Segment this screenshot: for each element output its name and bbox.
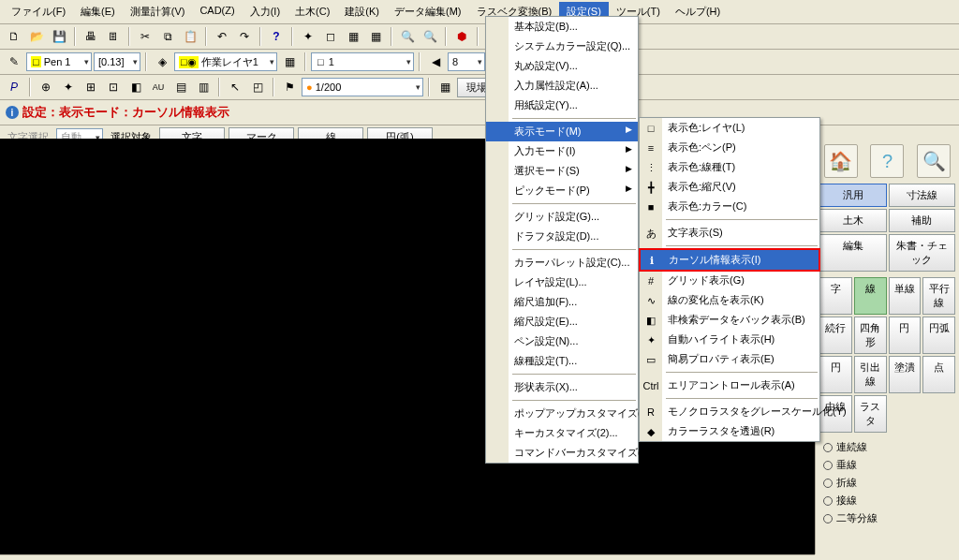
tool-icon[interactable]: ◰: [247, 77, 268, 97]
menu-item[interactable]: 線種設定(T)...: [486, 351, 638, 371]
grid-button[interactable]: 線: [854, 277, 887, 315]
grid-button[interactable]: 円弧: [922, 317, 955, 354]
menu-item[interactable]: ピックモード(P): [486, 181, 638, 200]
radio-item[interactable]: 垂線: [823, 458, 952, 472]
menubar-item[interactable]: 土木(C): [288, 2, 337, 22]
menu-item[interactable]: 基本設定(B)...: [486, 17, 638, 37]
menubar-item[interactable]: ヘルプ(H): [668, 2, 728, 22]
menu-item[interactable]: 丸め設定(V)...: [486, 56, 638, 76]
flag-icon[interactable]: ⚑: [279, 77, 300, 97]
radio-item[interactable]: 接線: [823, 494, 952, 508]
cut-icon[interactable]: ✂: [135, 26, 155, 47]
submenu-item[interactable]: ◆カラーラスタを透過(R): [640, 421, 819, 441]
new-icon[interactable]: 🗋: [4, 26, 24, 47]
submenu-item[interactable]: ℹカーソル情報表示(I): [639, 248, 820, 272]
tool-icon[interactable]: ⊞: [81, 77, 101, 97]
menu-item[interactable]: レイヤ設定(L)...: [486, 273, 638, 292]
pen-icon[interactable]: ✎: [4, 52, 24, 72]
layer-icon[interactable]: ◈: [152, 52, 172, 72]
tool-icon[interactable]: ◧: [125, 77, 146, 97]
menu-item[interactable]: グリッド設定(G)...: [486, 207, 638, 227]
copy-icon[interactable]: ⧉: [157, 26, 178, 47]
grid-button[interactable]: 点: [922, 356, 955, 393]
save-icon[interactable]: 💾: [49, 26, 69, 47]
tool-icon[interactable]: ✦: [298, 26, 318, 47]
menu-item[interactable]: コマンドバーカスタマイズ(3)...: [486, 443, 638, 463]
radio-item[interactable]: 折線: [823, 476, 952, 490]
radio-item[interactable]: 連続線: [823, 440, 952, 454]
undo-icon[interactable]: ↶: [212, 26, 232, 47]
tool-icon[interactable]: ▦: [343, 26, 363, 47]
menu-item[interactable]: ポップアップカスタマイズ(1)...: [486, 404, 638, 423]
combo-1[interactable]: □ 1: [311, 52, 414, 71]
submenu-item[interactable]: あ文字表示(S): [640, 223, 819, 243]
menu-item[interactable]: ペン設定(N)...: [486, 332, 638, 351]
menubar-item[interactable]: CAD(Z): [192, 2, 242, 22]
combo-2[interactable]: 8: [448, 52, 485, 71]
submenu-item[interactable]: ╋表示色:縮尺(V): [640, 177, 819, 197]
zoom-icon[interactable]: 🔍: [397, 26, 418, 47]
au-icon[interactable]: AU: [148, 77, 169, 97]
menu-item[interactable]: 入力モード(I): [486, 141, 638, 161]
menu-item[interactable]: 形状表示(X)...: [486, 377, 638, 397]
tool-icon[interactable]: ◻: [320, 26, 341, 47]
grid-button[interactable]: 引出線: [854, 356, 887, 393]
menubar-item[interactable]: データ編集(M): [387, 2, 469, 22]
layer-tool-icon[interactable]: ▦: [279, 52, 300, 72]
arrow-left-icon[interactable]: ◀: [425, 52, 446, 72]
panel-button[interactable]: 編集: [819, 234, 887, 272]
grid-button[interactable]: 塗潰: [889, 356, 922, 393]
paste-icon[interactable]: 📋: [180, 26, 200, 47]
menu-item[interactable]: 縮尺追加(F)...: [486, 292, 638, 312]
menubar-item[interactable]: 建設(K): [337, 2, 387, 22]
radio-item[interactable]: 二等分線: [823, 511, 952, 525]
menu-item[interactable]: 入力属性設定(A)...: [486, 76, 638, 96]
submenu-item[interactable]: □表示色:レイヤ(L): [640, 118, 819, 138]
preview-icon[interactable]: 🗏: [103, 26, 124, 47]
menu-item[interactable]: 用紙設定(Y)...: [486, 96, 638, 115]
scale-combo[interactable]: ● 1/200: [302, 78, 423, 96]
grid-button[interactable]: 四角形: [854, 317, 887, 354]
panel-button[interactable]: 補助: [889, 209, 956, 232]
panel-button[interactable]: 土木: [819, 209, 887, 232]
home-icon[interactable]: 🏠: [824, 144, 858, 178]
submenu-item[interactable]: ⋮表示色:線種(T): [640, 157, 819, 177]
submenu-item[interactable]: Ctrlエリアコントロール表示(A): [640, 376, 819, 395]
menu-item[interactable]: 縮尺設定(E)...: [486, 312, 638, 332]
print-icon[interactable]: 🖶: [81, 26, 101, 47]
grid-button[interactable]: 平行線: [922, 277, 955, 315]
submenu-item[interactable]: ■表示色:カラー(C): [640, 197, 819, 216]
menu-item[interactable]: カラーパレット設定(C)...: [486, 253, 638, 273]
submenu-item[interactable]: ∿線の変化点を表示(K): [640, 290, 819, 310]
redo-icon[interactable]: ↷: [234, 26, 255, 47]
layer-combo[interactable]: □◉ 作業レイヤ1: [174, 52, 277, 71]
pen-size-combo[interactable]: [0.13]: [94, 52, 140, 71]
grid-button[interactable]: 単線: [889, 277, 922, 315]
submenu-item[interactable]: Rモノクロラスタをグレースケール化(Y): [640, 402, 819, 421]
panel-button[interactable]: 汎用: [819, 184, 887, 207]
zoom-icon[interactable]: 🔍: [420, 26, 440, 47]
menu-item[interactable]: キーカスタマイズ(2)...: [486, 423, 638, 443]
tool-icon[interactable]: ▦: [365, 26, 386, 47]
submenu-item[interactable]: ▭簡易プロパティ表示(E): [640, 349, 819, 369]
grid-button[interactable]: 円: [819, 356, 852, 393]
grid-button[interactable]: ラスタ: [854, 395, 887, 433]
menu-item[interactable]: システムカラー設定(Q)...: [486, 37, 638, 56]
menubar-item[interactable]: 測量計算(V): [123, 2, 193, 22]
grid-button[interactable]: 円: [889, 317, 922, 354]
pen-combo[interactable]: □ Pen 1: [26, 52, 92, 71]
tool-icon[interactable]: ▤: [170, 77, 191, 97]
panel-button[interactable]: 寸法線: [889, 184, 956, 207]
tool-icon[interactable]: ⬢: [451, 26, 472, 47]
tool-icon[interactable]: ⊡: [103, 77, 124, 97]
tool-icon[interactable]: ▦: [435, 77, 455, 97]
menubar-item[interactable]: 入力(I): [243, 2, 288, 22]
zoom-icon[interactable]: 🔍: [917, 144, 951, 178]
grid-button[interactable]: 続行: [819, 317, 852, 354]
panel-button[interactable]: 朱書・チェック: [889, 234, 956, 272]
submenu-item[interactable]: ◧非検索データをバック表示(B): [640, 310, 819, 330]
menubar-item[interactable]: 編集(E): [73, 2, 123, 22]
tool-icon[interactable]: ▥: [193, 77, 214, 97]
grid-button[interactable]: 字: [819, 277, 852, 315]
menu-item[interactable]: ドラフタ設定(D)...: [486, 227, 638, 246]
